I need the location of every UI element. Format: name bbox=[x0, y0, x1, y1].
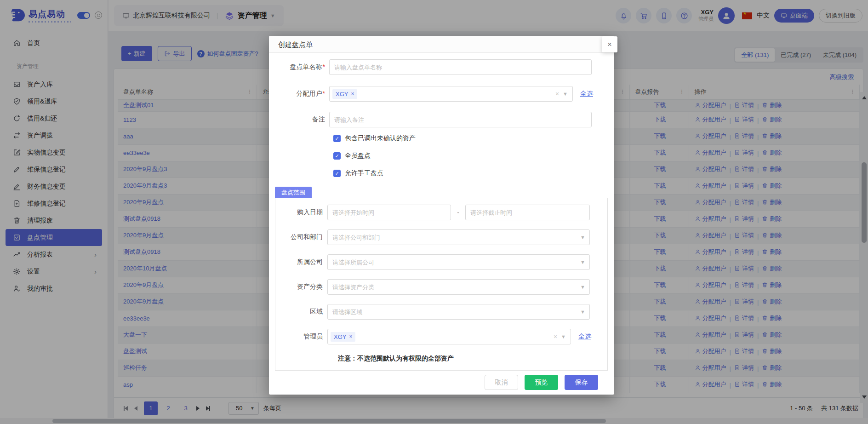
field-admin: 管理员 XGY× × ▼ 全选 bbox=[275, 329, 607, 344]
required-asterisk: * bbox=[323, 63, 325, 70]
chevron-down-icon: ▼ bbox=[580, 229, 585, 245]
modal-checkboxes: 包含已调出未确认的资产全员盘点允许手工盘点 bbox=[333, 134, 614, 178]
start-date-input[interactable] bbox=[327, 205, 451, 220]
scope-note: 注意：不选范围默认为有权限的全部资产 bbox=[338, 355, 607, 363]
chevron-down-icon: ▼ bbox=[580, 304, 585, 320]
category-select[interactable]: ▼ bbox=[327, 279, 590, 295]
required-asterisk: * bbox=[323, 90, 325, 97]
checkbox-checked-icon bbox=[333, 170, 341, 177]
remove-tag-icon[interactable]: × bbox=[349, 333, 352, 340]
assign-users-multiselect[interactable]: XGY× × ▼ bbox=[329, 86, 573, 102]
chevron-down-icon: ▼ bbox=[580, 254, 585, 270]
chevron-down-icon[interactable]: ▼ bbox=[563, 91, 568, 97]
field-remark: 备注 bbox=[269, 112, 614, 127]
range-dash: - bbox=[451, 209, 465, 216]
modal-checkbox[interactable]: 允许手工盘点 bbox=[333, 169, 614, 178]
sheet-name-input[interactable] bbox=[329, 59, 592, 75]
select-all-link[interactable]: 全选 bbox=[580, 90, 593, 98]
clear-icon[interactable]: × bbox=[555, 90, 559, 97]
modal-title: 创建盘点单 bbox=[269, 36, 614, 53]
chevron-down-icon[interactable]: ▼ bbox=[561, 334, 566, 339]
cancel-button[interactable]: 取消 bbox=[485, 375, 518, 390]
checkbox-checked-icon bbox=[333, 135, 341, 142]
admin-multiselect[interactable]: XGY× × ▼ bbox=[327, 329, 571, 344]
field-company: 所属公司 ▼ bbox=[275, 254, 607, 270]
field-sheet-name: 盘点单名称* bbox=[269, 59, 614, 75]
field-category: 资产分类 ▼ bbox=[275, 279, 607, 295]
close-button[interactable]: × bbox=[602, 36, 617, 52]
end-date-input[interactable] bbox=[465, 205, 590, 220]
field-assign-users: 分配用户* XGY× × ▼ 全选 bbox=[269, 86, 614, 102]
company-dept-select[interactable]: ▼ bbox=[327, 229, 590, 245]
modal-footer: 取消 预览 保存 bbox=[485, 375, 598, 390]
modal-checkbox[interactable]: 包含已调出未确认的资产 bbox=[333, 134, 614, 143]
area-select[interactable]: ▼ bbox=[327, 304, 590, 320]
scope-tab: 盘点范围 bbox=[275, 187, 312, 198]
clear-icon[interactable]: × bbox=[554, 333, 557, 340]
field-area: 区域 ▼ bbox=[275, 304, 607, 320]
field-purchase-date: 购入日期 - bbox=[275, 205, 607, 220]
save-button[interactable]: 保存 bbox=[565, 375, 598, 390]
scope-panel: 盘点范围 购入日期 - 公司和部门 ▼ 所属公司 ▼ 资产分类 ▼ 区域 ▼ 管… bbox=[275, 198, 608, 371]
remove-tag-icon[interactable]: × bbox=[351, 91, 354, 97]
checkbox-checked-icon bbox=[333, 152, 341, 160]
modal-checkbox[interactable]: 全员盘点 bbox=[333, 152, 614, 160]
preview-button[interactable]: 预览 bbox=[525, 375, 558, 390]
close-icon: × bbox=[607, 40, 612, 49]
chevron-down-icon: ▼ bbox=[580, 279, 585, 295]
remark-input[interactable] bbox=[329, 112, 592, 127]
create-inventory-modal: × 创建盘点单 盘点单名称* 分配用户* XGY× × ▼ 全选 备注 包含已调… bbox=[269, 36, 614, 395]
select-all-link[interactable]: 全选 bbox=[578, 332, 591, 341]
company-select[interactable]: ▼ bbox=[327, 254, 590, 270]
user-tag: XGY× bbox=[331, 332, 355, 342]
field-company-dept: 公司和部门 ▼ bbox=[275, 229, 607, 245]
user-tag: XGY× bbox=[332, 89, 357, 99]
